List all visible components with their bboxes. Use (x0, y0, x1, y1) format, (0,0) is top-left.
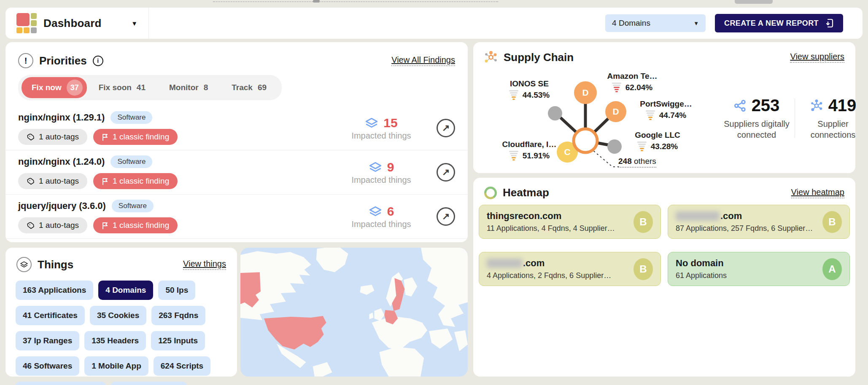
classic-finding-chip[interactable]: 1 classic finding (93, 173, 178, 189)
tab-count: 69 (258, 83, 267, 92)
classic-finding-chip[interactable]: 1 classic finding (93, 129, 178, 145)
thing-chip-37-ip-ranges[interactable]: 37 Ip Ranges (16, 331, 79, 350)
collapsed-panel-edge (213, 1, 498, 2)
priorities-title: Priorities (39, 54, 87, 67)
thing-chip-1-mobile-app[interactable]: 1 Mobile App (84, 356, 148, 376)
auto-tags-chip[interactable]: 1 auto-tags (18, 217, 87, 233)
thing-chip-624-scripts[interactable]: 624 Scripts (154, 356, 210, 376)
domain-selector[interactable]: 4 Domains ▼ (605, 14, 706, 32)
network-icon (810, 99, 823, 112)
redacted-blur (487, 259, 522, 268)
view-things-link[interactable]: View things (183, 259, 226, 270)
supplier-node-ionos[interactable] (548, 106, 562, 120)
thing-chip-46-softwares[interactable]: 46 Softwares (16, 356, 79, 376)
open-finding-button[interactable]: ↗ (437, 163, 455, 182)
grade-badge: B (822, 211, 842, 233)
impacted-things: 15 Impacted things (337, 116, 426, 141)
heatmap-card[interactable]: .com 87 Applications, 257 Fqdns, 6 Suppl… (668, 205, 850, 239)
thing-chip-35-cookies[interactable]: 35 Cookies (90, 306, 146, 325)
top-bar: Dashboard ▼ 4 Domains ▼ CREATE A NEW REP… (5, 8, 863, 39)
supplier-label-cloudflare[interactable]: Cloudflare, I… 51.91% (493, 140, 565, 160)
heatmap-card[interactable]: thingsrecon.com 11 Applications, 4 Fqdns… (479, 205, 661, 239)
open-finding-button[interactable]: ↗ (437, 207, 455, 226)
card-details: 11 Applications, 4 Fqdns, 4 Supplier… (487, 224, 615, 233)
dashboard-menu[interactable]: Dashboard ▼ (5, 8, 149, 39)
thing-chip-1162-script-variants[interactable]: 1162 Script Variants (16, 382, 106, 385)
thing-chip-163-applications[interactable]: 163 Applications (16, 281, 93, 300)
thing-chip-135-headers[interactable]: 135 Headers (84, 331, 146, 350)
tab-track[interactable]: Track69 (220, 79, 278, 96)
card-details: 87 Applications, 257 Fqdns, 6 Supplier… (676, 224, 813, 233)
tab-fix-now[interactable]: Fix now37 (22, 77, 87, 98)
create-report-button[interactable]: CREATE A NEW REPORT (715, 14, 843, 32)
info-icon[interactable]: i (93, 56, 103, 66)
thing-chip-263-fqdns[interactable]: 263 Fqdns (151, 306, 205, 325)
auto-tags-chip[interactable]: 1 auto-tags (18, 129, 87, 145)
chevron-down-icon: ▼ (693, 20, 699, 27)
finding-row[interactable]: vue/vue-js (0.2.0) Software 1 auto-tags … (5, 238, 468, 242)
grade-badge: B (633, 211, 653, 233)
tab-monitor[interactable]: Monitor8 (157, 79, 220, 96)
thing-chip-41-certificates[interactable]: 41 Certificates (16, 306, 85, 325)
thing-chip-4-domains[interactable]: 4 Domains (98, 281, 153, 300)
flag-icon (102, 177, 108, 185)
view-suppliers-link[interactable]: View suppliers (790, 52, 844, 63)
supplier-label-google[interactable]: Google LLC 43.28% (622, 131, 693, 151)
card-domain: .com (523, 258, 545, 269)
domain-selector-value: 4 Domains (612, 19, 650, 28)
tab-count: 8 (204, 83, 208, 92)
panel-handle[interactable] (313, 0, 320, 3)
impacted-count: 9 (387, 160, 394, 174)
layers-circle-icon (16, 257, 32, 272)
things-title: Things (38, 258, 73, 271)
finding-type-chip: Software (112, 200, 154, 212)
classic-finding-chip[interactable]: 1 classic finding (93, 217, 178, 233)
heatmap-card[interactable]: No domain 61 Applications A (668, 252, 850, 286)
tab-label: Track (232, 83, 253, 92)
supplier-node-google[interactable] (607, 139, 622, 154)
flag-icon (102, 222, 108, 230)
chevron-down-icon[interactable]: ▼ (131, 20, 137, 27)
supplier-label-amazon[interactable]: Amazon Te… 62.04% (596, 72, 668, 92)
impacted-layers-icon (369, 206, 382, 217)
thing-chip-125-inputs[interactable]: 125 Inputs (151, 331, 205, 350)
supply-chain-panel: Supply Chain View suppliers D D C IONOS … (473, 42, 855, 173)
risk-bars-icon (612, 83, 621, 92)
page-title: Dashboard (43, 17, 102, 30)
impacted-count: 6 (387, 204, 394, 219)
things-chips: 163 Applications4 Domains50 Ips41 Certif… (5, 272, 237, 385)
heatmap-card[interactable]: .com 4 Applications, 2 Fqdns, 6 Supplier… (479, 252, 661, 286)
supplier-label-portswigger[interactable]: PortSwigge… 44.74% (630, 99, 702, 120)
supplier-node-amazon[interactable] (574, 81, 597, 104)
others-suppliers-link[interactable]: 248 others (618, 157, 656, 168)
open-finding-button[interactable]: ↗ (437, 119, 455, 137)
flag-icon (102, 133, 108, 141)
finding-row[interactable]: nginx/nginx (1.29.1) Software 1 auto-tag… (5, 106, 468, 150)
thing-chip-42-ssl-services[interactable]: 42 SSL Services (111, 382, 187, 385)
card-domain: .com (720, 211, 742, 222)
risk-bars-icon (509, 90, 518, 100)
world-map[interactable] (240, 248, 468, 377)
grade-badge: B (633, 258, 653, 280)
share-icon (734, 99, 747, 112)
risk-bars-icon (637, 142, 647, 151)
supplier-node-center[interactable] (574, 129, 597, 152)
view-heatmap-link[interactable]: View heatmap (791, 187, 844, 198)
scroll-thumb[interactable] (735, 0, 773, 4)
card-domain: No domain (676, 258, 724, 269)
tab-label: Monitor (169, 83, 199, 92)
finding-row[interactable]: jquery/jquery (3.6.0) Software 1 auto-ta… (5, 194, 468, 238)
supplier-node-portswigger[interactable] (605, 101, 626, 122)
finding-row[interactable]: nginx/nginx (1.24.0) Software 1 auto-tag… (5, 150, 468, 194)
priorities-rows: nginx/nginx (1.29.1) Software 1 auto-tag… (5, 106, 468, 242)
card-domain: thingsrecon.com (487, 211, 561, 222)
auto-tags-chip[interactable]: 1 auto-tags (18, 173, 87, 189)
view-all-findings-link[interactable]: View All Findings (391, 55, 455, 66)
impacted-label: Impacted things (351, 131, 411, 141)
thing-chip-50-ips[interactable]: 50 Ips (158, 281, 195, 300)
tab-fix-soon[interactable]: Fix soon41 (87, 79, 157, 96)
report-export-icon (825, 19, 834, 28)
impacted-layers-icon (365, 118, 378, 128)
card-details: 61 Applications (676, 271, 727, 280)
supplier-label-ionos[interactable]: IONOS SE 44.53% (498, 79, 561, 100)
